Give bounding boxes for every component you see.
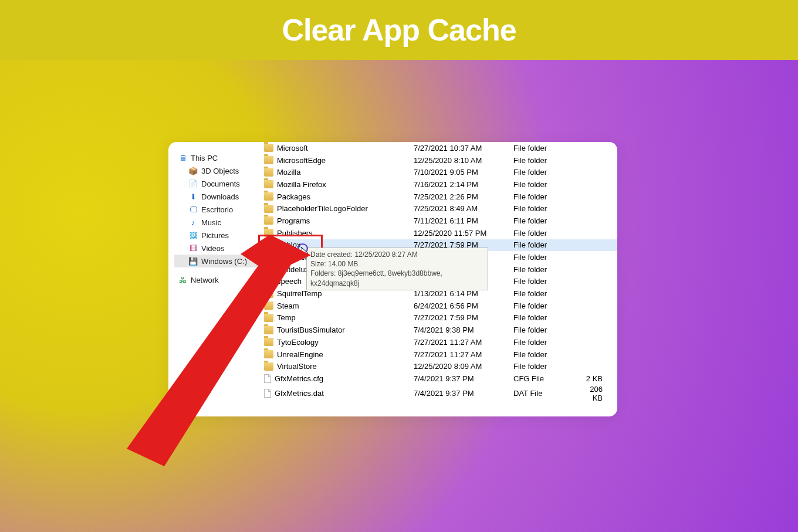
file-type: File folder (513, 313, 578, 322)
nav-item-downloads[interactable]: ⬇Downloads (174, 190, 257, 203)
nav-item-documents[interactable]: 📄Documents (174, 177, 257, 190)
file-date: 7/10/2021 9:05 PM (414, 168, 513, 177)
page-title: Clear App Cache (282, 12, 516, 48)
nav-network[interactable]: 🖧 Network (174, 273, 257, 286)
file-row[interactable]: Mozilla7/10/2021 9:05 PMFile folder (259, 166, 617, 178)
file-row[interactable]: MicrosoftEdge12/25/2020 8:10 AMFile fold… (259, 154, 617, 167)
nav-item-videos[interactable]: 🎞Videos (174, 242, 257, 255)
folder-icon (264, 265, 273, 273)
file-name: Packages (277, 192, 310, 201)
file-date: 1/13/2021 6:14 PM (414, 289, 513, 298)
file-type: File folder (513, 144, 578, 153)
file-date: 7/27/2021 11:27 AM (414, 338, 513, 347)
file-row[interactable]: Mozilla Firefox7/16/2021 2:14 PMFile fol… (259, 178, 617, 191)
file-name: Temp (277, 313, 296, 322)
pic-icon: 🖼 (188, 231, 198, 240)
file-row[interactable]: Temp7/27/2021 7:59 PMFile folder (259, 312, 617, 324)
file-date: 7/4/2021 9:37 PM (414, 374, 513, 383)
nav-label: This PC (191, 154, 218, 162)
file-date: 7/11/2021 6:11 PM (414, 216, 513, 225)
nav-item-pictures[interactable]: 🖼Pictures (174, 229, 257, 242)
network-icon: 🖧 (178, 275, 187, 284)
file-type: File folder (513, 240, 578, 249)
file-row[interactable]: GfxMetrics.cfg7/4/2021 9:37 PMCFG File2 … (259, 372, 617, 385)
file-row[interactable]: TouristBusSimulator7/4/2021 9:38 PMFile … (259, 324, 617, 336)
file-date: 12/25/2020 8:09 AM (414, 362, 513, 371)
file-name: Programs (277, 216, 310, 225)
file-row[interactable]: Steam6/24/2021 6:56 PMFile folder (259, 300, 617, 312)
file-name: UnrealEngine (277, 350, 323, 359)
vid-icon: 🎞 (188, 243, 198, 253)
file-row[interactable]: PlaceholderTileLogoFolder7/25/2021 8:49 … (259, 202, 617, 215)
nav-tree: 🖥 This PC 📦3D Objects📄Documents⬇Download… (168, 142, 259, 416)
tooltip-folders: Folders: 8j3eq9eme6ctt, 8wekyb3d8bbwe, k… (310, 269, 484, 287)
file-type: DAT File (513, 389, 578, 398)
folder-icon (264, 144, 273, 152)
nav-label: Documents (201, 179, 240, 188)
folder-icon (264, 192, 273, 201)
file-date: 6/24/2021 6:56 PM (414, 301, 513, 310)
monitor-icon: 🖥 (178, 153, 187, 162)
nav-label: Videos (201, 244, 225, 253)
file-type: File folder (513, 265, 578, 274)
file-row[interactable]: VirtualStore12/25/2020 8:09 AMFile folde… (259, 360, 617, 372)
folder-icon (264, 314, 273, 322)
file-date: 7/4/2021 9:37 PM (414, 389, 513, 398)
file-type: File folder (513, 301, 578, 310)
file-name: GfxMetrics.dat (275, 389, 324, 398)
3d-icon: 📦 (188, 166, 198, 175)
file-name: VirtualStore (277, 362, 317, 371)
file-row[interactable]: TytoEcology7/27/2021 11:27 AMFile folder (259, 336, 617, 348)
file-date: 7/27/2021 11:27 AM (414, 350, 513, 359)
nav-item-music[interactable]: ♪Music (174, 216, 257, 229)
file-row[interactable]: Programs7/11/2021 6:11 PMFile folder (259, 215, 617, 227)
nav-this-pc[interactable]: 🖥 This PC (174, 151, 257, 164)
file-icon (264, 389, 271, 398)
file-type: File folder (513, 338, 578, 347)
file-name: Mozilla (277, 168, 300, 177)
file-type: CFG File (513, 374, 578, 383)
folder-icon (264, 362, 273, 371)
nav-label: Network (191, 276, 219, 284)
nav-label: Pictures (201, 231, 229, 240)
file-row[interactable]: GfxMetrics.dat7/4/2021 9:37 PMDAT File20… (259, 385, 617, 397)
file-date: 7/27/2021 7:59 PM (414, 313, 513, 322)
folder-icon (264, 350, 273, 358)
nav-item-3d-objects[interactable]: 📦3D Objects (174, 164, 257, 177)
folder-icon (264, 277, 273, 286)
file-row[interactable]: UnrealEngine7/27/2021 11:27 AMFile folde… (259, 348, 617, 361)
folder-icon (264, 216, 273, 225)
folder-icon (264, 290, 273, 298)
folder-icon (264, 180, 273, 188)
title-banner: Clear App Cache (0, 0, 798, 60)
nav-item-escritorio[interactable]: 🖵Escritorio (174, 203, 257, 216)
file-row[interactable]: Packages7/25/2021 2:26 PMFile folder (259, 191, 617, 203)
file-type: File folder (513, 216, 578, 225)
folder-icon (264, 168, 273, 177)
file-type: File folder (513, 362, 578, 371)
folder-icon (264, 156, 273, 164)
file-size: 206 KB (578, 385, 613, 402)
file-date: 12/25/2020 8:10 AM (414, 156, 513, 165)
drv-icon: 💾 (188, 256, 198, 266)
file-type: File folder (513, 326, 578, 334)
music-icon: ♪ (188, 218, 198, 227)
file-type: File folder (513, 192, 578, 201)
nav-label: 3D Objects (201, 167, 239, 175)
file-date: 7/27/2021 10:37 AM (414, 144, 513, 153)
file-type: File folder (513, 204, 578, 213)
file-type: File folder (513, 277, 578, 286)
file-row[interactable]: Microsoft7/27/2021 10:37 AMFile folder (259, 142, 617, 154)
file-date: 7/25/2021 8:49 AM (414, 204, 513, 213)
file-type: File folder (513, 253, 578, 262)
nav-item-windows-c-[interactable]: 💾Windows (C:) (174, 255, 257, 267)
nav-label: Downloads (201, 192, 239, 201)
file-type: File folder (513, 289, 578, 298)
folder-icon (264, 205, 273, 213)
file-type: File folder (513, 180, 578, 189)
folder-icon (264, 301, 273, 310)
tooltip-size: Size: 14.00 MB (310, 259, 484, 269)
dl-icon: ⬇ (188, 192, 198, 201)
file-name: SquirrelTemp (277, 289, 322, 298)
file-name: GfxMetrics.cfg (275, 374, 323, 383)
